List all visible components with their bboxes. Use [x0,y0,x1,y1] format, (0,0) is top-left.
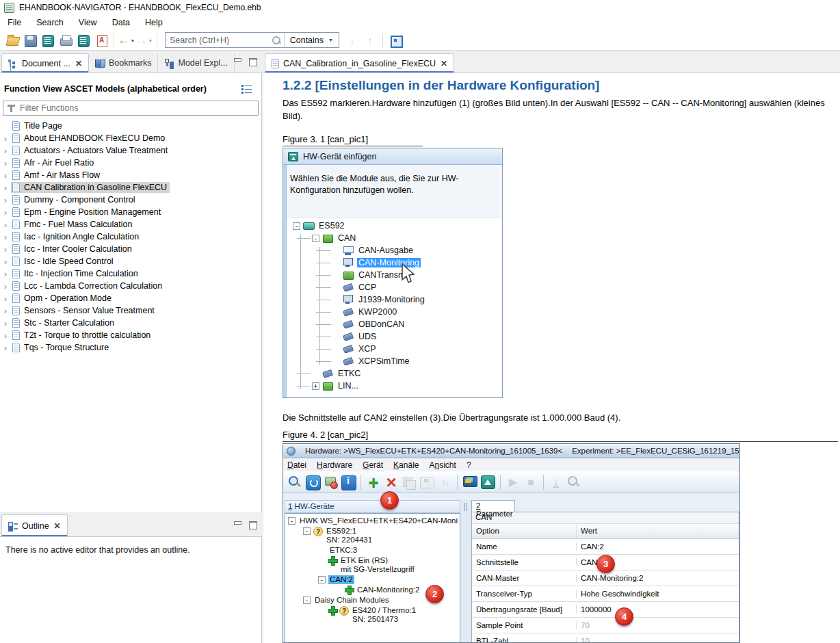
column-header-option[interactable]: Option [472,524,577,538]
navigate-back-icon[interactable] [119,33,134,48]
hw-module-item[interactable]: CAN-Monitoring [287,257,502,269]
function-tree-item[interactable]: Opm - Operation Mode [0,292,260,304]
tree-item-body[interactable]: Title Page [11,120,65,131]
tree-item-body[interactable]: About EHANDBOOK FlexECU Demo [11,133,168,144]
panel-splitter[interactable] [460,500,471,643]
hw-config-item[interactable]: ES420 / Thermo:1 SN: 2501473 [285,605,460,625]
open-file-icon[interactable] [5,33,20,48]
tree-expander[interactable]: - [288,517,296,525]
function-tree-item[interactable]: Dummy - Component Control [0,194,260,206]
next-result-icon[interactable] [345,33,360,48]
maximize-panel-icon[interactable] [248,57,257,65]
hw-module-item[interactable]: UDS [287,330,502,343]
view-menu-icon[interactable] [241,84,252,92]
check-icon[interactable] [566,474,582,490]
toolbar-icon[interactable] [454,474,460,490]
filter-box[interactable]: Filter Functions [3,101,259,116]
model-settings-icon[interactable] [388,33,403,48]
function-tree-item[interactable]: Iac - Ignition Angle Calculation [0,231,260,243]
value-cell[interactable]: 1000000 [577,605,739,614]
value-cell[interactable]: CAN:2 [577,542,739,551]
pdf-export-icon[interactable] [94,33,109,48]
function-tree-item[interactable]: Sensors - Sensor Value Treatment [0,304,260,317]
function-tree-item[interactable]: Fmc - Fuel Mass Calculation [0,218,260,231]
save-icon[interactable] [23,33,38,48]
hw-module-item[interactable]: OBDonCAN [287,318,502,330]
tab-model-explorer[interactable]: Model Expl... [158,53,234,73]
close-tab-icon[interactable] [54,521,61,531]
function-tree-item[interactable]: Actuators - Actuators Value Treatment [0,144,260,157]
close-tab-icon[interactable] [75,59,82,68]
parameter-row[interactable]: Sample Point 70 [472,618,739,633]
export-icon[interactable] [76,33,91,48]
function-tree-item[interactable]: Epm - Engine Position Management [0,206,260,218]
hardware-info-icon[interactable] [340,474,356,490]
expand-chevron-icon[interactable] [0,170,11,181]
tab-can-calibration-document[interactable]: CAN_Calibration_in_Gasoline_FlexECU [265,53,454,73]
function-tree-item[interactable]: About EHANDBOOK FlexECU Demo [0,132,260,144]
hw-config-item[interactable]: ETK Ein (RS) mit SG-Verstellzugriff [285,555,460,575]
expand-chevron-icon[interactable] [0,293,11,304]
parameter-row[interactable]: Name CAN:2 [472,539,739,555]
menu-item[interactable]: Ansicht [429,460,456,470]
toolbar-icon[interactable] [358,474,364,490]
tree-item-body[interactable]: Lcc - Lambda Correction Calculation [11,280,165,291]
dropdown-caret-icon[interactable] [148,38,153,43]
display-config-icon[interactable] [462,474,478,490]
tab-outline[interactable]: Outline [1,514,68,536]
tree-item-body[interactable]: Fmc - Fuel Mass Calculation [11,219,135,230]
minimize-panel-icon[interactable] [233,521,241,528]
close-tab-icon[interactable] [441,59,447,68]
expand-chevron-icon[interactable] [0,306,11,316]
tree-item-body[interactable]: CAN Calibration in Gasoline FlexECU [11,182,170,193]
function-tree-item[interactable]: CAN Calibration in Gasoline FlexECU [0,181,260,194]
function-tree-item[interactable]: Lcc - Lambda Correction Calculation [0,280,260,292]
function-tree-item[interactable]: Icc - Inter Cooler Calculation [0,243,260,255]
menu-item[interactable]: Datei [287,460,306,470]
tree-item-body[interactable]: Actuators - Actuators Value Treatment [11,145,170,156]
hw-configuration-icon[interactable] [480,474,496,490]
tree-expander[interactable]: - [303,596,311,604]
expand-chevron-icon[interactable] [0,343,11,353]
hw-module-item[interactable]: XCPSimTime [287,355,502,367]
hw-config-item[interactable]: - CAN:2 [285,575,460,585]
expand-chevron-icon[interactable] [0,207,11,218]
menu-item[interactable]: File [0,18,29,27]
tab-document-structure[interactable]: Document ... [1,53,89,73]
hw-config-item[interactable]: ETKC:3 [285,545,460,555]
function-tree-item[interactable]: Afr - Air Fuel Ratio [0,157,260,169]
value-cell[interactable]: 70 [577,621,739,629]
expand-chevron-icon[interactable] [0,133,11,144]
hw-module-item[interactable]: CANTransmit [287,269,502,281]
expand-chevron-icon[interactable] [0,330,11,341]
hw-module-item[interactable]: - ES592 [287,220,502,232]
function-tree-item[interactable]: Itc - Injection Time Calculation [0,267,260,280]
hw-module-item[interactable]: ETKC [287,367,502,380]
start-icon[interactable] [505,474,521,490]
expand-chevron-icon[interactable] [0,195,11,205]
parameter-row[interactable]: Übertragungsrate [Baud] 1000000 [472,602,739,618]
menu-item[interactable]: ? [467,460,471,470]
function-tree-item[interactable]: Tqs - Torque Structure [0,341,260,354]
function-tree-item[interactable]: Amf - Air Mass Flow [0,169,260,181]
tree-expander[interactable]: - [318,576,326,583]
tree-item-body[interactable]: Isc - Idle Speed Control [11,256,116,267]
function-tree-item[interactable]: T2t - Torque to throttle calculation [0,329,260,341]
menu-item[interactable]: View [71,18,105,27]
hw-config-item[interactable]: - ES592:1 SN: 2204431 [285,526,460,545]
release-hardware-icon[interactable] [322,474,339,490]
tree-item-body[interactable]: T2t - Torque to throttle calculation [11,330,153,341]
function-tree-item[interactable]: Isc - Idle Speed Control [0,255,260,267]
initialize-hardware-icon[interactable] [304,474,321,490]
hw-module-item[interactable]: CAN-Ausgabe [287,244,502,257]
device-id-icon[interactable] [419,474,435,490]
tree-expander[interactable]: - [293,222,300,230]
toolbar-icon[interactable] [540,474,547,490]
search-icon[interactable] [272,36,281,45]
tree-item-body[interactable]: Opm - Operation Mode [11,293,114,304]
tree-item-body[interactable]: Amf - Air Mass Flow [11,170,103,181]
menu-item[interactable]: Search [29,18,71,27]
parameter-tab[interactable]: 2 Parameter [471,500,515,512]
menu-item[interactable]: Data [105,18,137,27]
hw-module-item[interactable]: J1939-Monitoring [287,293,502,306]
